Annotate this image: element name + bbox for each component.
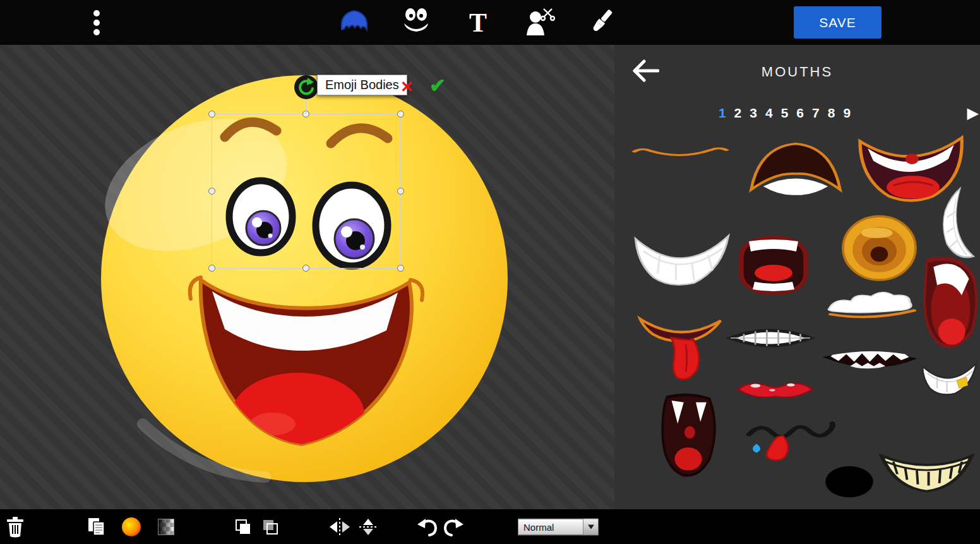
mouth-thumbnail-wide-toothy-grin[interactable] <box>878 442 976 499</box>
paintbrush-icon <box>587 8 616 37</box>
undo-button[interactable] <box>416 517 438 536</box>
editor-canvas[interactable]: Emoji Bodies ✕ ✔ <box>0 45 614 509</box>
selection-box[interactable] <box>212 114 401 269</box>
tool-hair[interactable] <box>338 6 371 39</box>
duplicate-button[interactable] <box>88 517 105 536</box>
cancel-button[interactable]: ✕ <box>400 78 414 96</box>
color-wheel-icon <box>122 517 141 536</box>
tooltip-label: Emoji Bodies <box>325 78 399 92</box>
trash-icon <box>6 530 25 540</box>
mouth-thumbnail-laughing-open-top[interactable] <box>745 136 846 215</box>
bring-forward-icon <box>234 528 252 538</box>
selection-tooltip: Emoji Bodies <box>317 75 407 95</box>
color-button[interactable] <box>122 517 141 536</box>
confirm-button[interactable]: ✔ <box>429 74 446 97</box>
rotate-arrow-icon <box>296 90 316 99</box>
mouth-thumbnail-wide-white-grin[interactable] <box>631 227 732 297</box>
wig-icon <box>339 8 369 37</box>
mouth-thumbnail-monster-fangs[interactable] <box>821 341 919 379</box>
flip-horizontal-icon <box>328 529 351 538</box>
mouth-thumbnail-shouting[interactable] <box>726 234 821 297</box>
mouth-thumbnail-closed-grin[interactable] <box>726 313 815 363</box>
flip-horizontal-button[interactable] <box>328 517 351 536</box>
bring-forward-button[interactable] <box>234 518 252 536</box>
transparency-gradient-icon <box>158 528 174 537</box>
send-backward-icon <box>261 528 279 538</box>
mouth-thumbnail-red-lips[interactable] <box>726 373 824 411</box>
mouth-thumbnail-round-funnel[interactable] <box>840 212 919 287</box>
mouth-grid <box>614 45 980 509</box>
mouth-thumbnail-wavy-closed[interactable] <box>821 281 922 329</box>
transparency-button[interactable] <box>158 519 174 535</box>
bottom-toolbar: Normal <box>0 509 980 544</box>
selection-handle[interactable] <box>208 111 215 118</box>
mouth-thumbnail-thin-smile[interactable] <box>628 130 732 167</box>
redo-icon <box>443 529 465 538</box>
rotate-stem <box>306 98 306 114</box>
person-scissors-icon <box>525 8 555 37</box>
smiley-face-icon <box>400 8 432 37</box>
send-backward-button[interactable] <box>261 518 279 536</box>
flip-vertical-button[interactable] <box>359 517 378 536</box>
blend-mode-select[interactable]: Normal <box>518 518 599 535</box>
mouth-thumbnail-black-hole[interactable] <box>821 461 878 502</box>
undo-icon <box>416 529 438 538</box>
tool-cutout[interactable] <box>523 6 556 39</box>
tool-text[interactable]: T <box>462 6 494 39</box>
selection-handle[interactable] <box>397 265 404 272</box>
delete-button[interactable] <box>6 516 25 538</box>
menu-button[interactable] <box>87 9 106 37</box>
save-button[interactable]: SAVE <box>794 6 881 39</box>
dropdown-arrow-icon[interactable] <box>583 519 598 535</box>
tool-group: T <box>338 0 618 45</box>
flip-vertical-icon <box>359 529 378 538</box>
selection-handle[interactable] <box>397 188 404 195</box>
selection-handle[interactable] <box>208 188 215 195</box>
mouth-thumbnail-gold-tooth-grin[interactable] <box>919 357 980 408</box>
selection-handle[interactable] <box>397 111 404 118</box>
rotate-handle[interactable] <box>294 75 318 99</box>
mouth-thumbnail-screaming-fangs[interactable] <box>650 392 726 480</box>
tool-faces[interactable] <box>400 6 433 39</box>
mouth-thumbnail-crazy-squiggle[interactable] <box>745 411 840 468</box>
top-toolbar: T <box>0 0 980 45</box>
blend-mode-value: Normal <box>518 519 583 535</box>
redo-button[interactable] <box>443 517 465 536</box>
kebab-menu-icon <box>93 29 100 39</box>
mouth-thumbnail-big-open-red[interactable] <box>919 253 980 354</box>
mouth-thumbnail-tongue-out[interactable] <box>635 300 726 385</box>
selection-handle[interactable] <box>302 265 309 272</box>
tool-paint[interactable] <box>585 6 618 39</box>
mouths-panel: MOUTHS 123456789 ▶ <box>614 45 980 509</box>
copy-icon <box>88 529 105 538</box>
text-tool-icon: T <box>469 8 487 38</box>
selection-handle[interactable] <box>208 265 215 272</box>
